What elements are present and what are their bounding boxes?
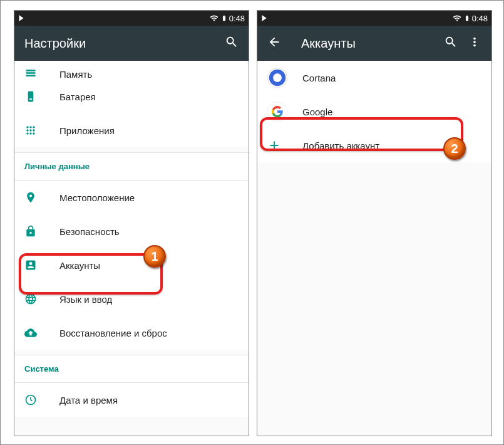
wifi-icon [209, 14, 219, 23]
status-time: 0:48 [229, 14, 245, 23]
clock-icon [24, 394, 59, 406]
settings-item-label: Приложения [59, 125, 115, 136]
settings-item-label: Дата и время [59, 395, 118, 406]
app-bar-accounts: Аккаунты [257, 26, 491, 61]
phone-screenshot-left: 0:48 Настройки Память Батарея Приложения [14, 10, 249, 436]
account-item-google[interactable]: Google [257, 95, 491, 128]
settings-item-apps[interactable]: Приложения [14, 113, 249, 147]
account-item-label: Cortana [302, 73, 336, 83]
play-store-icon [261, 14, 269, 22]
section-header-personal: Личные данные [14, 152, 249, 181]
settings-item-label: Батарея [59, 92, 96, 102]
app-bar-settings: Настройки [14, 26, 249, 61]
status-bar: 0:48 [257, 11, 491, 26]
section-header-system: Система [14, 355, 249, 383]
language-icon [24, 293, 59, 305]
settings-list: Память Батарея Приложения Личные данные … [14, 61, 249, 436]
settings-item-language[interactable]: Язык и ввод [14, 282, 249, 316]
wifi-icon [452, 14, 462, 23]
settings-item-backup[interactable]: Восстановление и сброс [14, 316, 249, 350]
settings-item-label: Восстановление и сброс [59, 328, 167, 338]
account-item-label: Google [302, 107, 332, 117]
step-marker-1: 1 [143, 245, 166, 268]
memory-icon [24, 67, 59, 80]
google-icon [267, 102, 302, 122]
location-icon [24, 191, 59, 204]
page-title: Настройки [24, 36, 215, 51]
plus-icon [267, 139, 302, 152]
settings-item-label: Аккаунты [59, 260, 100, 271]
battery-icon [24, 90, 59, 103]
back-arrow-icon[interactable] [267, 35, 281, 51]
settings-item-accounts[interactable]: Аккаунты [14, 248, 249, 282]
account-item-cortana[interactable]: Cortana [257, 61, 491, 95]
settings-item-datetime[interactable]: Дата и время [14, 383, 249, 417]
more-icon[interactable] [468, 35, 481, 51]
apps-icon [24, 124, 59, 137]
search-icon[interactable] [444, 35, 458, 51]
battery-icon [221, 13, 227, 23]
status-bar: 0:48 [14, 11, 249, 26]
account-icon [24, 259, 59, 271]
settings-item-location[interactable]: Местоположение [14, 181, 249, 214]
settings-item-label: Память [59, 69, 92, 80]
status-time: 0:48 [472, 14, 488, 23]
page-title: Аккаунты [301, 36, 434, 51]
settings-item-battery[interactable]: Батарея [14, 80, 249, 113]
backup-icon [24, 327, 59, 339]
phone-screenshot-right: 0:48 Аккаунты Cortana Google [257, 10, 492, 436]
settings-item-label: Местоположение [59, 192, 135, 203]
account-item-label: Добавить аккаунт [302, 140, 379, 151]
settings-item-memory[interactable]: Память [14, 61, 249, 80]
accounts-list: Cortana Google Добавить аккаунт [257, 61, 491, 436]
battery-icon [464, 13, 470, 23]
play-store-icon [18, 14, 26, 22]
search-icon[interactable] [225, 35, 239, 51]
step-marker-2: 2 [443, 137, 466, 160]
settings-item-security[interactable]: Безопасность [14, 214, 249, 248]
cortana-icon [267, 68, 302, 88]
settings-item-label: Безопасность [59, 226, 120, 237]
settings-item-label: Язык и ввод [59, 294, 112, 305]
lock-icon [24, 225, 59, 238]
